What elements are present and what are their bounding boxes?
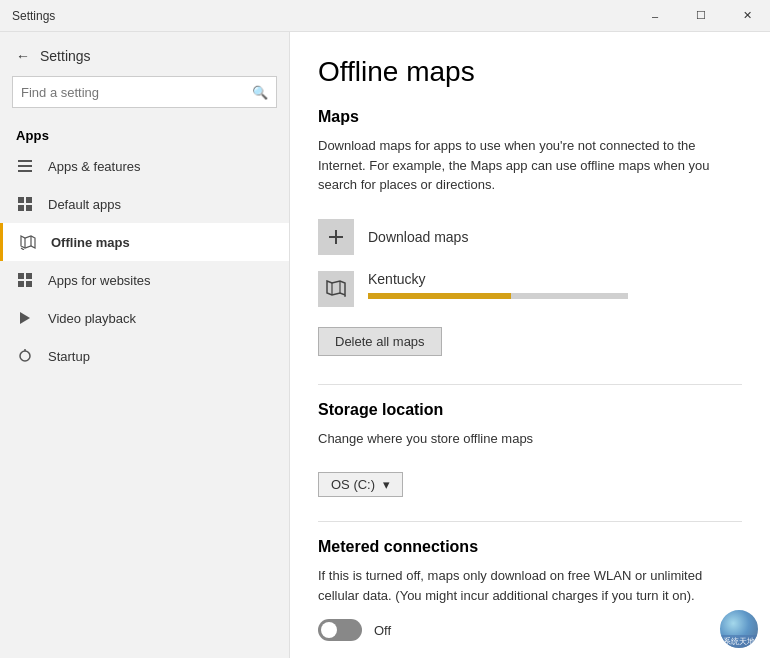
minimize-button[interactable]: –: [632, 0, 678, 32]
apps-features-icon: [16, 157, 34, 175]
storage-section: Storage location Change where you store …: [318, 401, 742, 498]
map-item-icon: [318, 271, 354, 307]
map-item-kentucky: Kentucky: [318, 263, 742, 315]
svg-rect-3: [18, 197, 24, 203]
close-button[interactable]: ✕: [724, 0, 770, 32]
map-item-name: Kentucky: [368, 271, 628, 287]
svg-rect-4: [26, 197, 32, 203]
svg-rect-5: [18, 205, 24, 211]
svg-rect-1: [18, 165, 32, 167]
progress-bar-bg: [368, 293, 628, 299]
sidebar-app-title: Settings: [40, 48, 91, 64]
sidebar-label-apps-websites: Apps for websites: [48, 273, 151, 288]
download-maps-icon-box: [318, 219, 354, 255]
metered-toggle[interactable]: [318, 619, 362, 641]
svg-rect-11: [26, 273, 32, 279]
section-divider-1: [318, 384, 742, 385]
svg-rect-10: [18, 273, 24, 279]
storage-dropdown-arrow: ▾: [383, 477, 390, 492]
sidebar-label-startup: Startup: [48, 349, 90, 364]
svg-marker-19: [327, 281, 345, 295]
back-icon[interactable]: ←: [16, 48, 30, 64]
sidebar-label-apps-features: Apps & features: [48, 159, 141, 174]
toggle-knob: [321, 622, 337, 638]
main-content: Offline maps Maps Download maps for apps…: [290, 32, 770, 658]
sidebar-item-apps-websites[interactable]: Apps for websites: [0, 261, 289, 299]
sidebar: ← Settings 🔍 Apps Apps & features Defaul…: [0, 32, 290, 658]
metered-section-title: Metered connections: [318, 538, 742, 556]
download-maps-label: Download maps: [368, 229, 468, 245]
maps-section: Maps Download maps for apps to use when …: [318, 108, 742, 380]
sidebar-item-default-apps[interactable]: Default apps: [0, 185, 289, 223]
svg-rect-12: [18, 281, 24, 287]
titlebar-controls: – ☐ ✕: [632, 0, 770, 32]
svg-rect-0: [18, 160, 32, 162]
storage-dropdown-label: OS (C:): [331, 477, 375, 492]
delete-all-maps-button[interactable]: Delete all maps: [318, 327, 442, 356]
metered-toggle-row: Off: [318, 619, 742, 641]
maps-section-title: Maps: [318, 108, 742, 126]
search-icon[interactable]: 🔍: [244, 85, 276, 100]
startup-icon: [16, 347, 34, 365]
default-apps-icon: [16, 195, 34, 213]
sidebar-header: ← Settings: [0, 32, 289, 72]
section-divider-2: [318, 521, 742, 522]
sidebar-item-startup[interactable]: Startup: [0, 337, 289, 375]
titlebar: Settings – ☐ ✕: [0, 0, 770, 32]
page-title: Offline maps: [318, 56, 742, 88]
sidebar-section-label: Apps: [0, 120, 289, 147]
maximize-button[interactable]: ☐: [678, 0, 724, 32]
metered-section: Metered connections If this is turned of…: [318, 538, 742, 641]
metered-section-desc: If this is turned off, maps only downloa…: [318, 566, 742, 605]
svg-rect-6: [26, 205, 32, 211]
svg-rect-2: [18, 170, 32, 172]
sidebar-label-offline-maps: Offline maps: [51, 235, 130, 250]
sidebar-label-video-playback: Video playback: [48, 311, 136, 326]
sidebar-item-video-playback[interactable]: Video playback: [0, 299, 289, 337]
sidebar-item-offline-maps[interactable]: Offline maps: [0, 223, 289, 261]
svg-marker-14: [20, 312, 30, 324]
apps-websites-icon: [16, 271, 34, 289]
map-item-info: Kentucky: [368, 271, 628, 299]
watermark: 系统天地: [718, 608, 760, 650]
app-container: ← Settings 🔍 Apps Apps & features Defaul…: [0, 32, 770, 658]
video-playback-icon: [16, 309, 34, 327]
offline-maps-icon: [19, 233, 37, 251]
storage-section-desc: Change where you store offline maps: [318, 429, 742, 449]
download-maps-row[interactable]: Download maps: [318, 211, 742, 263]
metered-toggle-label: Off: [374, 623, 391, 638]
search-box[interactable]: 🔍: [12, 76, 277, 108]
svg-point-15: [20, 351, 30, 361]
svg-rect-13: [26, 281, 32, 287]
progress-bar-fill: [368, 293, 511, 299]
search-input[interactable]: [13, 85, 244, 100]
svg-marker-7: [21, 236, 35, 248]
storage-location-dropdown[interactable]: OS (C:) ▾: [318, 472, 403, 497]
sidebar-item-apps-features[interactable]: Apps & features: [0, 147, 289, 185]
titlebar-title: Settings: [12, 9, 55, 23]
storage-section-title: Storage location: [318, 401, 742, 419]
maps-section-desc: Download maps for apps to use when you'r…: [318, 136, 742, 195]
sidebar-label-default-apps: Default apps: [48, 197, 121, 212]
